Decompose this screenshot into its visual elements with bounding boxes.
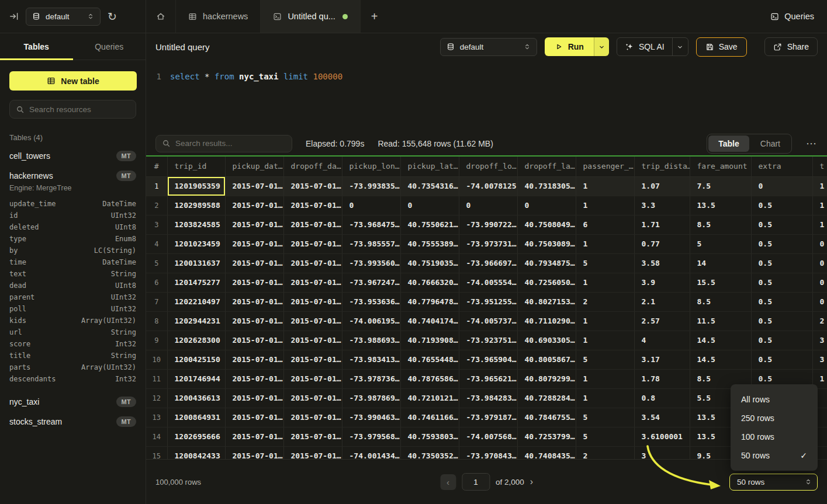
table-cell[interactable]: 40.8027153… [517, 292, 576, 311]
table-cell[interactable]: -73.923751… [459, 331, 517, 350]
sidebar-tab-tables[interactable]: Tables [0, 33, 73, 60]
table-cell[interactable]: 2 [812, 311, 827, 331]
table-cell[interactable]: 0.8 [634, 388, 690, 408]
table-cell[interactable]: 14.5 [690, 331, 751, 350]
table-cell[interactable]: 3.54 [634, 408, 690, 427]
column-header-pickup_lon[interactable]: pickup_lon… [342, 157, 400, 176]
table-cell[interactable]: -74.001434… [342, 446, 400, 459]
table-cell[interactable]: 14.5 [690, 350, 751, 369]
search-results-input[interactable] [175, 139, 286, 148]
table-cell[interactable]: 1.78 [634, 369, 690, 388]
more-options-button[interactable]: ⋯ [805, 137, 818, 150]
column-header-trip_id[interactable]: trip_id [167, 157, 225, 176]
table-cell[interactable]: 2015-07-01… [283, 273, 342, 292]
prev-page-button[interactable]: ‹ [440, 474, 456, 490]
table-cell[interactable]: 0.5 [751, 196, 812, 215]
table-cell[interactable]: 40.7288284… [517, 388, 576, 408]
table-cell[interactable]: 2015-07-01… [225, 273, 283, 292]
table-cell[interactable]: 1202944231 [167, 311, 225, 331]
table-cell[interactable]: 3 [634, 446, 690, 459]
page-size-option[interactable]: All rows [731, 390, 818, 409]
page-size-option[interactable]: 50 rows✓ [731, 446, 818, 465]
table-cell[interactable]: -73.978736… [342, 369, 400, 388]
table-cell[interactable]: 0.77 [634, 234, 690, 253]
table-cell[interactable]: 2 [576, 446, 634, 459]
column-header-extra[interactable]: extra [751, 157, 812, 176]
collapse-sidebar-button[interactable] [9, 12, 19, 21]
table-cell[interactable]: 40.7876586… [400, 369, 459, 388]
table-cell[interactable]: 40.7193908… [400, 331, 459, 350]
table-cell[interactable]: -73.966697… [459, 253, 517, 273]
table-cell[interactable]: 2015-07-01… [225, 234, 283, 253]
table-cell[interactable]: 3.6100001 [634, 427, 690, 446]
table-cell[interactable]: 3 [812, 331, 827, 350]
table-cell[interactable]: 40.6903305… [517, 331, 576, 350]
table-cell[interactable]: -73.987869… [342, 388, 400, 408]
table-cell[interactable]: 5 [576, 408, 634, 427]
table-cell[interactable]: -73.985557… [342, 234, 400, 253]
table-cell[interactable]: 1 [812, 196, 827, 215]
table-cell[interactable]: 2015-07-01… [283, 427, 342, 446]
table-cell[interactable]: 40.7846755… [517, 408, 576, 427]
table-cell[interactable]: 40.7354316… [400, 176, 459, 196]
table-cell[interactable]: 2015-07-01… [225, 253, 283, 273]
table-cell[interactable]: 2015-07-01… [283, 311, 342, 331]
table-cell[interactable]: -73.970843… [459, 446, 517, 459]
table-cell[interactable]: 1 [576, 369, 634, 388]
sidebar-table-stocks_stream[interactable]: stocks_streamMT [0, 412, 146, 432]
table-cell[interactable]: 1201746944 [167, 369, 225, 388]
table-cell[interactable]: 2015-07-01… [225, 408, 283, 427]
column-header-dropoff_la[interactable]: dropoff_la… [517, 157, 576, 176]
share-button[interactable]: Share [764, 37, 818, 56]
table-cell[interactable]: 40.7508049… [517, 215, 576, 234]
table-cell[interactable]: 40.7256050… [517, 273, 576, 292]
table-cell[interactable]: 40.7519035… [400, 253, 459, 273]
table-cell[interactable]: 2.57 [634, 311, 690, 331]
table-cell[interactable]: 0 [342, 196, 400, 215]
table-cell[interactable]: 40.7550621… [400, 215, 459, 234]
table-cell[interactable]: 40.8079299… [517, 369, 576, 388]
table-cell[interactable]: 5 [576, 427, 634, 446]
column-header-trip_dista[interactable]: trip_dista… [634, 157, 690, 176]
table-cell[interactable]: 1201475277 [167, 273, 225, 292]
table-cell[interactable]: -73.993835… [342, 176, 400, 196]
table-cell[interactable]: 2015-07-01… [283, 388, 342, 408]
table-cell[interactable]: 2015-07-01… [225, 369, 283, 388]
table-cell[interactable]: 5 [576, 350, 634, 369]
table-cell[interactable]: -73.979187… [459, 408, 517, 427]
table-cell[interactable]: 2015-07-01… [283, 176, 342, 196]
column-header-fare_amount[interactable]: fare_amount [690, 157, 751, 176]
table-cell[interactable]: 40.7593803… [400, 427, 459, 446]
table-cell[interactable]: -73.984283… [459, 388, 517, 408]
column-header-t[interactable]: t [812, 157, 827, 176]
sql-editor[interactable]: 1 select * from nyc_taxi limit 100000 [146, 60, 827, 131]
table-cell[interactable]: -73.968475… [342, 215, 400, 234]
table-cell[interactable]: 14 [690, 253, 751, 273]
table-cell[interactable]: 1200131637 [167, 253, 225, 273]
table-cell[interactable]: 0.5 [751, 331, 812, 350]
save-button[interactable]: Save [696, 37, 747, 57]
table-cell[interactable]: 8.5 [690, 215, 751, 234]
table-cell[interactable]: 40.8005867… [517, 350, 576, 369]
table-cell[interactable]: 0.5 [751, 311, 812, 331]
table-cell[interactable]: 1 [812, 215, 827, 234]
table-cell[interactable]: -73.973731… [459, 234, 517, 253]
table-cell[interactable]: 1202989588 [167, 196, 225, 215]
run-options-button[interactable] [594, 37, 609, 56]
sidebar-tab-queries[interactable]: Queries [73, 33, 146, 60]
table-cell[interactable]: 40.7503089… [517, 234, 576, 253]
table-cell[interactable]: 6 [576, 215, 634, 234]
table-cell[interactable]: 0.5 [751, 292, 812, 311]
table-cell[interactable]: -73.983413… [342, 350, 400, 369]
table-cell[interactable]: -74.0078125 [459, 176, 517, 196]
table-cell[interactable]: 1 [576, 176, 634, 196]
table-cell[interactable]: 1 [576, 388, 634, 408]
table-cell[interactable]: 4 [634, 331, 690, 350]
table-cell[interactable]: 2015-07-01… [283, 369, 342, 388]
table-cell[interactable]: 3.9 [634, 273, 690, 292]
table-cell[interactable]: -73.979568… [342, 427, 400, 446]
tab-home[interactable] [146, 0, 176, 33]
table-cell[interactable]: 2 [576, 292, 634, 311]
table-cell[interactable]: 7.5 [690, 176, 751, 196]
table-cell[interactable]: 2015-07-01… [283, 196, 342, 215]
